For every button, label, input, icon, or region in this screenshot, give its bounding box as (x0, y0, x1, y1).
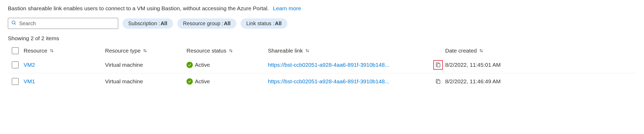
svg-line-1 (15, 23, 16, 24)
column-header-shareable-link[interactable]: Shareable link (268, 48, 431, 54)
learn-more-link[interactable]: Learn more (273, 5, 301, 11)
shareable-link[interactable]: https://bst-ccb02051-a928-4aa6-891f-3910… (268, 62, 389, 68)
svg-point-0 (12, 21, 15, 24)
status-check-icon (186, 62, 193, 68)
date-created-text: 8/2/2022, 11:45:01 AM (445, 62, 501, 68)
filter-value: All (224, 20, 231, 27)
select-all-checkbox[interactable] (12, 47, 19, 54)
sort-icon (228, 48, 233, 53)
header-label: Resource type (105, 48, 141, 54)
filter-value: All (275, 20, 282, 27)
table-row: VM2 Virtual machine Active https://bst-c… (8, 57, 636, 73)
row-checkbox[interactable] (12, 78, 19, 85)
status-text: Active (195, 62, 210, 68)
date-created-text: 8/2/2022, 11:46:49 AM (445, 78, 501, 85)
search-icon (11, 20, 19, 27)
status-text: Active (195, 78, 210, 85)
header-label: Resource (24, 48, 47, 54)
column-header-date-created[interactable]: Date created (445, 48, 519, 54)
table: Resource Resource type Resource status S… (8, 45, 636, 90)
resource-type-text: Virtual machine (105, 78, 143, 85)
svg-rect-3 (437, 80, 440, 84)
status-check-icon (186, 78, 193, 85)
copy-link-button[interactable] (433, 60, 443, 70)
svg-rect-2 (437, 64, 440, 67)
sort-icon (479, 48, 484, 53)
resource-link[interactable]: VM2 (24, 62, 35, 68)
filter-value: All (160, 20, 167, 27)
filter-resource-group[interactable]: Resource group : All (177, 18, 236, 29)
filter-link-status[interactable]: Link status : All (241, 18, 287, 29)
search-input[interactable] (19, 20, 115, 27)
table-header: Resource Resource type Resource status S… (8, 45, 636, 57)
copy-link-button[interactable] (433, 77, 443, 86)
sort-icon (143, 48, 147, 53)
column-header-resource-status[interactable]: Resource status (186, 48, 268, 54)
column-header-resource[interactable]: Resource (24, 48, 105, 54)
filter-label: Resource group : (183, 20, 223, 27)
row-checkbox[interactable] (12, 61, 19, 68)
copy-icon (435, 78, 441, 85)
header-label: Date created (445, 48, 477, 54)
filter-label: Link status : (246, 20, 274, 27)
filter-subscription[interactable]: Subscription : All (122, 18, 173, 29)
filter-label: Subscription : (128, 20, 160, 27)
shareable-link[interactable]: https://bst-ccb02051-a928-4aa6-891f-3910… (268, 78, 389, 85)
resource-type-text: Virtual machine (105, 62, 143, 68)
filter-bar: Subscription : All Resource group : All … (8, 18, 636, 29)
description-text: Bastion shareable link enables users to … (8, 5, 636, 12)
column-header-resource-type[interactable]: Resource type (105, 48, 186, 54)
count-text: Showing 2 of 2 items (8, 35, 636, 42)
copy-icon (435, 62, 441, 68)
search-box[interactable] (8, 18, 118, 29)
table-row: VM1 Virtual machine Active https://bst-c… (8, 73, 636, 90)
header-label: Resource status (186, 48, 226, 54)
description-label: Bastion shareable link enables users to … (8, 5, 269, 11)
resource-link[interactable]: VM1 (24, 78, 35, 85)
header-label: Shareable link (268, 48, 303, 54)
sort-icon (49, 48, 54, 53)
sort-icon (305, 48, 310, 53)
